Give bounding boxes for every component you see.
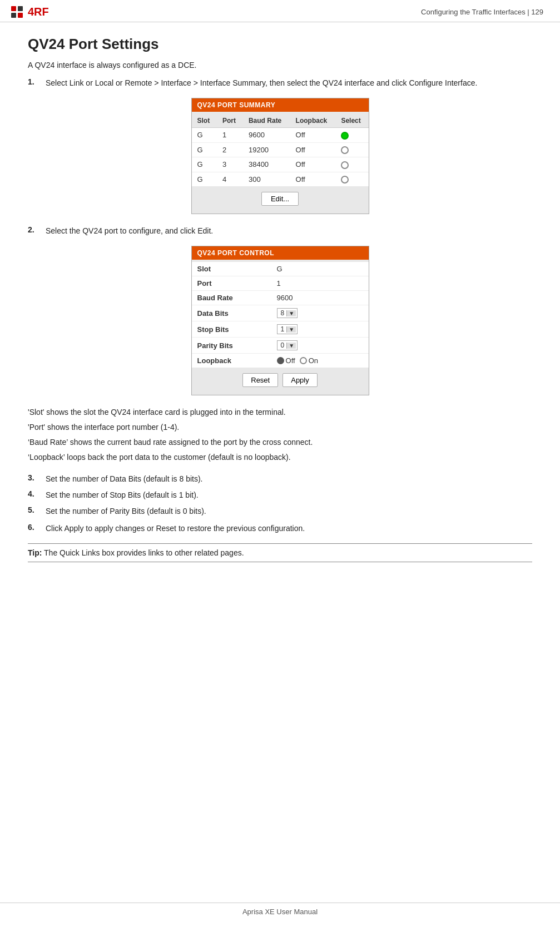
row1-select[interactable] [335,128,368,143]
row3-loopback: Off [290,157,336,172]
logo-icon [11,6,23,18]
step-2: 2. Select the QV24 port to configure, an… [28,225,532,237]
databits-select[interactable]: 8 ▼ [277,308,298,318]
row4-baud: 300 [243,172,290,186]
loopback-options: Off On [277,356,363,365]
description-block: 'Slot' shows the slot the QV24 interface… [28,407,532,463]
control-btn-row: Reset Apply [192,373,369,387]
main-content: QV24 Port Settings A QV24 interface is a… [0,22,560,584]
row2-slot: G [192,142,217,157]
ctrl-slot-value: G [271,262,369,276]
row2-baud: 19200 [243,142,290,157]
step-5: 5. Set the number of Parity Bits (defaul… [28,505,532,517]
summary-table-header-row: Slot Port Baud Rate Loopback Select [192,114,369,128]
summary-panel: QV24 PORT SUMMARY Slot Port Baud Rate Lo… [191,98,369,214]
row4-select[interactable] [335,172,368,186]
col-baud-rate: Baud Rate [243,114,290,128]
step-3-text: Set the number of Data Bits (default is … [46,473,202,485]
step-1-text: Select Link or Local or Remote > Interfa… [46,77,477,89]
tip-block: Tip: The Quick Links box provides links … [28,543,532,562]
control-panel-title: QV24 PORT CONTROL [192,246,369,260]
step-2-num: 2. [28,225,40,234]
step-5-num: 5. [28,505,40,514]
ctrl-row-slot: Slot G [192,262,369,276]
row1-loopback: Off [290,128,336,143]
control-table: Slot G Port 1 Baud Rate 9600 Data Bits [192,262,369,368]
stopbits-select[interactable]: 1 ▼ [277,324,298,334]
step-6-text: Click Apply to apply changes or Reset to… [46,523,305,534]
table-row: G 1 9600 Off [192,128,369,143]
paritybits-select-val: 0 [279,341,287,349]
row4-port: 4 [217,172,243,186]
ctrl-row-stopbits: Stop Bits 1 ▼ [192,321,369,338]
row2-select[interactable] [335,142,368,157]
ctrl-databits-label: Data Bits [192,305,271,321]
step-6: 6. Click Apply to apply changes or Reset… [28,523,532,534]
desc-0: 'Slot' shows the slot the QV24 interface… [28,407,532,418]
stopbits-select-arrow[interactable]: ▼ [286,326,296,333]
step-4-num: 4. [28,489,40,498]
ctrl-row-loopback: Loopback Off On [192,354,369,368]
reset-button[interactable]: Reset [242,373,278,387]
loopback-on-label[interactable]: On [300,356,318,365]
ctrl-baud-label: Baud Rate [192,291,271,305]
loopback-off-text: Off [286,356,295,365]
edit-button[interactable]: Edit... [261,192,299,206]
paritybits-select-arrow[interactable]: ▼ [286,343,296,349]
loopback-off-radio[interactable] [277,357,284,364]
page-header: 4RF Configuring the Traffic Interfaces |… [0,0,560,22]
logo-sq-1 [11,6,16,11]
logo-sq-4 [18,13,23,18]
step-3-num: 3. [28,473,40,482]
step-4: 4. Set the number of Stop Bits (default … [28,489,532,501]
ctrl-row-paritybits: Parity Bits 0 ▼ [192,338,369,354]
ctrl-port-value: 1 [271,276,369,291]
step-3: 3. Set the number of Data Bits (default … [28,473,532,485]
tip-text-content: The Quick Links box provides links to ot… [44,548,244,557]
logo-sq-3 [11,13,16,18]
table-row: G 2 19200 Off [192,142,369,157]
loopback-on-radio[interactable] [300,357,307,364]
table-row: G 4 300 Off [192,172,369,186]
logo: 4RF [11,6,49,18]
page-title: QV24 Port Settings [28,36,532,53]
row3-baud: 38400 [243,157,290,172]
footer-text: Aprisa XE User Manual [242,908,318,916]
col-port: Port [217,114,243,128]
ctrl-loopback-label: Loopback [192,354,271,368]
apply-button[interactable]: Apply [283,373,318,387]
loopback-off-label[interactable]: Off [277,356,295,365]
col-slot: Slot [192,114,217,128]
databits-select-arrow[interactable]: ▼ [286,310,296,316]
row3-select[interactable] [335,157,368,172]
stopbits-select-val: 1 [279,325,287,333]
ctrl-paritybits-value[interactable]: 0 ▼ [271,338,369,354]
loopback-on-text: On [309,356,318,365]
row4-slot: G [192,172,217,186]
page-reference: Configuring the Traffic Interfaces | 129 [421,8,543,16]
logo-text: 4RF [28,6,49,18]
summary-panel-title: QV24 PORT SUMMARY [192,98,369,112]
col-loopback: Loopback [290,114,336,128]
step-4-text: Set the number of Stop Bits (default is … [46,489,199,501]
step-1-num: 1. [28,77,40,86]
summary-panel-container: QV24 PORT SUMMARY Slot Port Baud Rate Lo… [28,98,532,214]
intro-paragraph: A QV24 interface is always configured as… [28,61,532,70]
ctrl-port-label: Port [192,276,271,291]
paritybits-select[interactable]: 0 ▼ [277,340,298,350]
step-6-num: 6. [28,523,40,532]
control-panel: QV24 PORT CONTROL Slot G Port 1 Baud Rat… [191,246,369,395]
step-1: 1. Select Link or Local or Remote > Inte… [28,77,532,89]
ctrl-stopbits-value[interactable]: 1 ▼ [271,321,369,338]
row1-baud: 9600 [243,128,290,143]
row1-port: 1 [217,128,243,143]
ctrl-loopback-value[interactable]: Off On [271,354,369,368]
tip-label: Tip: [28,548,42,557]
desc-3: ‘Loopback’ loops back the port data to t… [28,452,532,463]
ctrl-paritybits-label: Parity Bits [192,338,271,354]
ctrl-databits-value[interactable]: 8 ▼ [271,305,369,321]
summary-table: Slot Port Baud Rate Loopback Select G 1 … [192,114,369,186]
step-2-text: Select the QV24 port to configure, and c… [46,225,213,237]
row2-loopback: Off [290,142,336,157]
ctrl-baud-value: 9600 [271,291,369,305]
